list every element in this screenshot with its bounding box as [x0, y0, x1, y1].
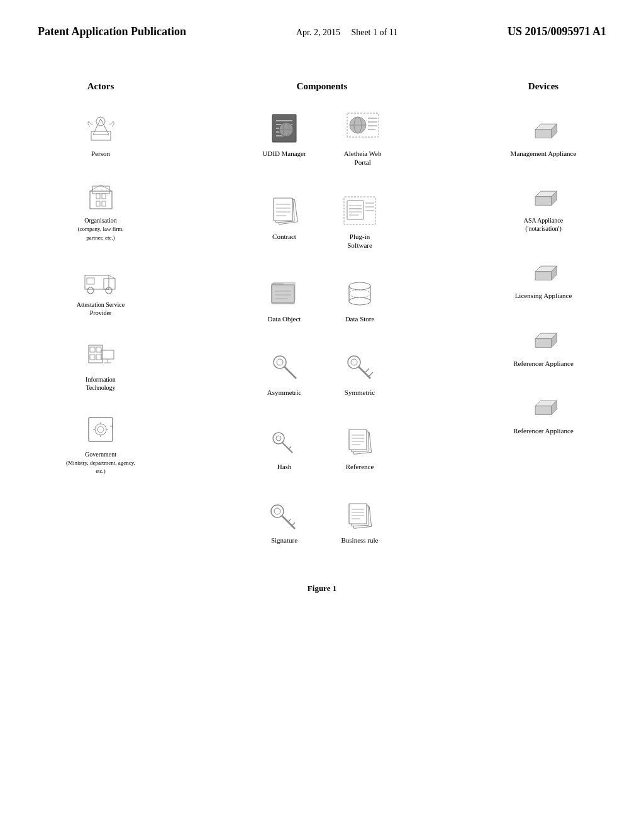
actors-title: Actors [87, 81, 114, 92]
comp-aletheia: Aletheia WebPortal [344, 111, 382, 167]
svg-point-13 [87, 287, 94, 294]
svg-marker-122 [535, 339, 552, 348]
actor-attestation: Attestation ServiceProvider [77, 262, 125, 317]
signature-label: Signature [271, 536, 297, 545]
device-management: Management Appliance [511, 111, 577, 158]
comp-row-6: Signature [190, 497, 454, 565]
it-label: InformationTechnology [86, 375, 116, 392]
businessrule-label: Business rule [341, 536, 379, 545]
comp-reference: Reference [341, 424, 379, 471]
organisation-label: Organisation(company, law firm,partner, … [78, 216, 124, 241]
udid-label: UDID Manager [262, 149, 306, 158]
attestation-icon [82, 262, 119, 297]
reference-icon [341, 424, 379, 458]
svg-rect-107 [349, 504, 367, 524]
svg-rect-21 [96, 355, 101, 360]
person-label: Person [91, 149, 110, 158]
patent-number: US 2015/0095971 A1 [508, 25, 606, 38]
contract-label: Contract [272, 232, 296, 241]
actor-organisation: Organisation(company, law firm,partner, … [78, 178, 124, 241]
svg-marker-0 [93, 119, 109, 135]
svg-rect-4 [92, 186, 109, 194]
svg-line-91 [282, 443, 292, 453]
actor-it: InformationTechnology [82, 337, 119, 392]
management-appliance-icon [525, 111, 562, 145]
referencer2-label: Referencer Appliance [513, 426, 574, 435]
svg-line-16 [109, 275, 115, 279]
svg-rect-8 [102, 201, 106, 206]
svg-rect-5 [96, 194, 100, 199]
svg-rect-70 [272, 285, 294, 302]
hash-icon [265, 424, 303, 458]
svg-rect-20 [96, 347, 101, 352]
licensing-label: Licensing Appliance [515, 291, 572, 300]
comp-contract: Contract [265, 194, 303, 250]
svg-marker-116 [535, 197, 552, 206]
comp-dataobj: Data Object [265, 276, 303, 323]
asa-appliance-icon [525, 178, 562, 213]
person-icon [82, 111, 119, 145]
svg-point-27 [97, 426, 104, 433]
svg-point-26 [95, 424, 106, 435]
hash-label: Hash [277, 462, 292, 471]
comp-hash: Hash [265, 424, 303, 471]
datastore-icon [341, 276, 379, 311]
page-header: Patent Application Publication Apr. 2, 2… [38, 25, 606, 43]
licensing-appliance-icon [525, 253, 562, 287]
reference-label: Reference [346, 462, 374, 471]
government-icon [82, 412, 119, 446]
svg-line-92 [289, 446, 291, 449]
device-asa: ASA Appliance('notarisation') [524, 178, 564, 233]
svg-rect-22 [101, 350, 114, 359]
svg-point-85 [351, 359, 357, 365]
diagram-columns: Actors Person [38, 81, 606, 571]
components-column: Components [190, 81, 454, 571]
referencer1-label: Referencer Appliance [513, 359, 574, 368]
referencer1-appliance-icon [525, 321, 562, 355]
device-licensing: Licensing Appliance [515, 253, 572, 300]
contract-icon [265, 194, 303, 228]
government-label: Government(Ministry, department, agency,… [63, 450, 138, 475]
comp-row-3: Data Object [190, 276, 454, 343]
svg-rect-11 [85, 275, 109, 289]
svg-rect-6 [102, 194, 106, 199]
svg-point-77 [349, 297, 370, 305]
device-referencer2: Referencer Appliance [513, 388, 574, 435]
businessrule-icon [341, 497, 379, 532]
actor-person: Person [82, 111, 119, 158]
header-center: Apr. 2, 2015 Sheet 1 of 11 [296, 28, 397, 38]
datastore-label: Data Store [345, 314, 375, 323]
svg-marker-125 [535, 406, 552, 415]
comp-plugin: Plug-inSoftware [341, 194, 379, 250]
devices-title: Devices [528, 81, 558, 92]
svg-line-104 [291, 523, 295, 526]
svg-marker-119 [535, 272, 552, 280]
comp-row-1: UDID Manager [190, 111, 454, 187]
aletheia-label: Aletheia WebPortal [344, 149, 382, 167]
svg-rect-95 [349, 429, 367, 450]
svg-line-103 [288, 519, 291, 522]
aletheia-icon [344, 111, 382, 145]
comp-row-5: Hash [190, 424, 454, 491]
svg-rect-59 [347, 201, 364, 219]
comp-row-4: Asymmetric [190, 350, 454, 417]
plugin-icon [341, 194, 379, 228]
comp-udid: UDID Manager [262, 111, 306, 167]
udid-icon [265, 111, 303, 145]
attestation-label: Attestation ServiceProvider [77, 301, 125, 317]
dataobj-label: Data Object [268, 314, 301, 323]
dataobj-icon [265, 276, 303, 311]
actors-column: Actors Person [38, 81, 164, 495]
management-label: Management Appliance [511, 149, 577, 158]
referencer2-appliance-icon [525, 388, 562, 423]
svg-point-101 [274, 508, 280, 514]
svg-point-90 [276, 436, 281, 441]
organisation-icon [82, 178, 119, 213]
main-content: Actors Person [38, 81, 606, 594]
plugin-label: Plug-inSoftware [347, 232, 372, 250]
actor-government: Government(Ministry, department, agency,… [63, 412, 138, 475]
figure-caption: Figure 1 [38, 584, 606, 594]
comp-symmetric: Symmetric [341, 350, 379, 397]
asymmetric-icon [265, 350, 303, 384]
svg-point-74 [349, 282, 370, 290]
